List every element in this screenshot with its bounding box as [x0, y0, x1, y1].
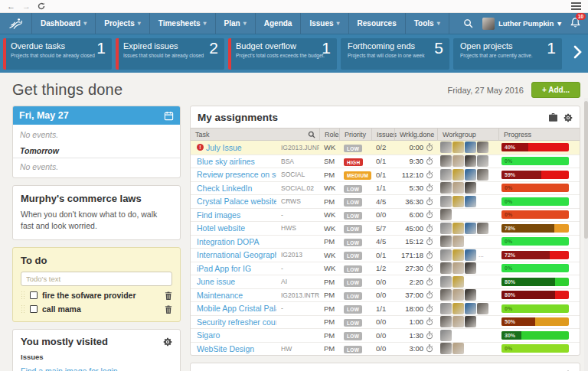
- task-cell[interactable]: ! Blue sky airlines: [191, 157, 276, 166]
- trash-icon[interactable]: [165, 291, 172, 300]
- task-link[interactable]: Hotel website: [197, 223, 245, 233]
- member-avatar[interactable]: [440, 209, 452, 220]
- member-avatar[interactable]: [452, 262, 464, 274]
- browser-reload-icon[interactable]: [38, 2, 45, 10]
- member-avatar[interactable]: [452, 142, 464, 153]
- nav-item[interactable]: Dashboard ▾: [32, 13, 96, 34]
- nav-item[interactable]: Tools ▾: [406, 13, 449, 34]
- assignment-row[interactable]: ! Find images - WK LOW 0/0 6:00 0%: [191, 208, 580, 222]
- stat-card[interactable]: Expired issues Issues that should be alr…: [116, 38, 224, 70]
- browser-back-icon[interactable]: ←: [7, 2, 15, 11]
- assignment-row[interactable]: ! Check LinkedIn SOCIAL.02 WK LOW 1/1 5:…: [191, 181, 580, 195]
- column-header-wrklg[interactable]: Wrklg.done: [394, 129, 437, 140]
- member-avatar[interactable]: [477, 155, 488, 167]
- member-avatar[interactable]: [452, 289, 464, 301]
- member-avatar[interactable]: [452, 155, 464, 167]
- member-avatar[interactable]: [477, 303, 488, 314]
- drag-handle-icon[interactable]: [21, 304, 25, 314]
- timer-icon[interactable]: [426, 210, 433, 219]
- member-avatar[interactable]: [465, 249, 476, 261]
- assignment-row[interactable]: ! Review presence on social n... SOCIAL …: [191, 168, 580, 181]
- member-avatar[interactable]: [465, 289, 476, 301]
- timer-icon[interactable]: [426, 184, 433, 192]
- nav-item[interactable]: Issues ▾: [301, 13, 348, 34]
- task-link[interactable]: Integration DOPA: [197, 237, 260, 246]
- timer-icon[interactable]: [426, 237, 433, 246]
- briefcase-icon[interactable]: [548, 113, 558, 122]
- member-avatar[interactable]: [452, 343, 464, 354]
- stat-card[interactable]: Overdue tasks Projects that should be al…: [3, 38, 112, 70]
- member-avatar[interactable]: [440, 223, 452, 234]
- task-cell[interactable]: ! Sigaro: [191, 330, 276, 340]
- trash-icon[interactable]: [165, 305, 172, 314]
- timer-icon[interactable]: [426, 278, 433, 286]
- timer-icon[interactable]: [426, 264, 433, 272]
- more-members-ellipsis[interactable]: ...: [479, 252, 484, 259]
- assignment-row[interactable]: ! Security refresher course 20... PM LOW…: [191, 315, 580, 329]
- column-header-role[interactable]: Role: [319, 129, 339, 140]
- app-logo-icon[interactable]: [0, 13, 32, 34]
- task-link[interactable]: Review presence on social n...: [197, 170, 276, 179]
- assignment-row[interactable]: ! July Issue IG2013.JUNF WK LOW 0/2 0:00…: [191, 141, 580, 155]
- assignment-row[interactable]: ! Hotel website HWS WK LOW 5/7 45:00 78%: [191, 221, 580, 235]
- member-avatar[interactable]: [465, 262, 476, 274]
- task-cell[interactable]: ! Mobile App Cristal Palace: [191, 304, 276, 313]
- member-avatar[interactable]: [452, 276, 464, 288]
- assignment-row[interactable]: ! Mobile App Cristal Palace - PM LOW 1/1…: [191, 301, 580, 315]
- nav-item[interactable]: Plan ▾: [216, 13, 256, 34]
- assignment-row[interactable]: ! WebSite Design HW PM LOW 0/0 3:00 0%: [191, 342, 580, 356]
- timer-icon[interactable]: [426, 157, 433, 165]
- member-avatar[interactable]: [465, 196, 476, 207]
- calendar-icon[interactable]: [164, 111, 174, 121]
- member-avatar[interactable]: [477, 169, 488, 181]
- task-link[interactable]: Crystal Palace website: [197, 197, 276, 206]
- member-avatar[interactable]: [440, 169, 452, 181]
- member-avatar[interactable]: [440, 343, 452, 354]
- task-cell[interactable]: ! Integration DOPA: [191, 237, 276, 246]
- member-avatar[interactable]: [452, 182, 464, 194]
- stats-next-chevron-icon[interactable]: [570, 45, 585, 62]
- task-link[interactable]: Find images: [197, 210, 240, 220]
- member-avatar[interactable]: [465, 182, 476, 194]
- member-avatar[interactable]: [440, 330, 452, 341]
- member-avatar[interactable]: [440, 276, 452, 288]
- task-cell[interactable]: ! July Issue: [191, 143, 276, 152]
- nav-item[interactable]: Resources ▾: [349, 13, 406, 34]
- member-avatar[interactable]: [465, 169, 476, 181]
- member-avatar[interactable]: [452, 303, 464, 314]
- member-avatar[interactable]: [440, 303, 452, 314]
- member-avatar[interactable]: [440, 249, 452, 261]
- task-link[interactable]: Check LinkedIn: [197, 184, 252, 193]
- task-link[interactable]: International Geographic M...: [197, 250, 276, 259]
- member-avatar[interactable]: [452, 249, 464, 261]
- column-header-workgroup[interactable]: Workgroup: [437, 129, 498, 140]
- assignment-row[interactable]: ! Sigaro PM LOW 0/0 1:30 30%: [191, 328, 580, 342]
- task-cell[interactable]: ! Hotel website: [191, 223, 276, 233]
- task-link[interactable]: Blue sky airlines: [197, 157, 255, 166]
- member-avatar[interactable]: [477, 142, 488, 153]
- timer-icon[interactable]: [426, 197, 433, 206]
- stat-card[interactable]: Budget overflow Project's total costs ex…: [228, 38, 337, 70]
- timer-icon[interactable]: [426, 317, 433, 326]
- task-link[interactable]: iPad App for IG: [197, 264, 251, 273]
- task-cell[interactable]: ! WebSite Design: [191, 344, 276, 353]
- notifications-bell[interactable]: 10: [570, 17, 580, 31]
- task-link[interactable]: June issue: [197, 277, 235, 286]
- assignment-row[interactable]: ! Integration DOPA PM LOW 4/5 15:12 0%: [191, 235, 580, 249]
- task-cell[interactable]: ! International Geographic M...: [191, 250, 276, 259]
- task-link[interactable]: WebSite Design: [197, 344, 254, 353]
- browser-forward-icon[interactable]: →: [22, 2, 31, 11]
- column-header-task[interactable]: Task: [191, 129, 319, 140]
- task-link[interactable]: Security refresher course 20...: [197, 317, 276, 327]
- member-avatar[interactable]: [465, 142, 476, 153]
- timer-icon[interactable]: [426, 143, 433, 151]
- member-avatar[interactable]: [477, 223, 488, 234]
- scrollbar-thumb[interactable]: [584, 101, 588, 239]
- task-link[interactable]: Mobile App Cristal Palace: [197, 304, 276, 313]
- column-header-issues[interactable]: Issues: [371, 129, 394, 140]
- drag-handle-icon[interactable]: [21, 291, 25, 300]
- task-cell[interactable]: ! June issue: [191, 277, 276, 286]
- todo-checkbox[interactable]: [30, 291, 38, 299]
- timer-icon[interactable]: [426, 331, 433, 340]
- member-avatar[interactable]: [452, 223, 464, 234]
